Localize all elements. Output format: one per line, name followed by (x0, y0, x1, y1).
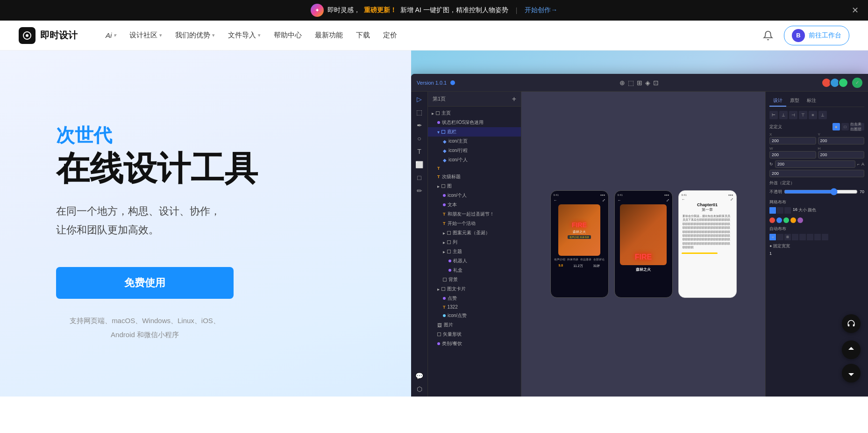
layer-like[interactable]: 点赞 (428, 294, 521, 303)
scroll-down-button[interactable] (842, 364, 861, 382)
layer-label: 主页 (441, 110, 451, 116)
layer-frame-group[interactable]: ▸ 图 (428, 181, 521, 191)
layer-pattern[interactable]: ▸ 图案元素（圣诞） (428, 228, 521, 238)
tool-circle-icon[interactable]: ○ (417, 135, 421, 142)
workspace-button[interactable]: B 前往工作台 (784, 26, 849, 45)
tool-pen-icon[interactable]: ✒ (417, 122, 422, 129)
tool-text-icon[interactable]: T (417, 148, 421, 155)
layer-icon-like[interactable]: icon/点赞 (428, 311, 521, 320)
tab-design[interactable]: 设计 (769, 95, 786, 107)
layer-icon-home[interactable]: ◆ icon/主页 (428, 137, 521, 146)
grid-icon-3[interactable] (784, 207, 791, 214)
w-input[interactable] (769, 151, 816, 159)
tool-icon-3[interactable]: ⊞ (637, 79, 642, 87)
x-input[interactable] (769, 137, 816, 144)
nav-import[interactable]: 文件导入 ▾ (222, 27, 266, 43)
nav-pricing[interactable]: 定价 (377, 27, 403, 43)
headphone-button[interactable] (842, 314, 861, 333)
layer-xmas-text[interactable]: T 和朋友一起过圣诞节！ (428, 209, 521, 219)
grid-icon-2[interactable] (777, 207, 783, 214)
layer-count[interactable]: T 1322 (428, 303, 521, 311)
layer-card[interactable]: ▸ 图文卡片 (428, 284, 521, 294)
component-dot-6 (443, 297, 446, 300)
layer-main[interactable]: ▸ 主页 (428, 108, 521, 118)
scroll-up-button[interactable] (842, 340, 861, 359)
layer-robot[interactable]: 机器人 (428, 256, 521, 266)
layer-icon-profile2[interactable]: icon/个人 (428, 191, 521, 200)
logo[interactable]: 即时设计 (19, 27, 78, 44)
book-title-fire-2: FIRE (635, 253, 652, 261)
layer-icon-profile[interactable]: ◆ icon/个人 (428, 155, 521, 165)
align-right[interactable]: ⊣ (789, 111, 797, 119)
tool-cursor-icon[interactable]: ▷ (417, 95, 422, 103)
grid-icon-1[interactable] (769, 207, 776, 214)
nav-community[interactable]: 设计社区 ▾ (124, 27, 168, 43)
cta-button[interactable]: 免费使用 (56, 267, 234, 299)
rotation-input[interactable] (775, 160, 855, 168)
layer-subtitle[interactable]: T 次级标题 (428, 172, 521, 181)
banner-close-button[interactable]: ✕ (852, 5, 859, 15)
align-bottom[interactable]: ⊥ (818, 111, 827, 119)
tab-inspect[interactable]: 标注 (803, 95, 820, 107)
align-left[interactable]: ⊢ (769, 111, 778, 119)
layer-statusbar[interactable]: 状态栏/iOS深色迷用 (428, 118, 521, 127)
tool-plugin-icon[interactable]: ⬡ (417, 385, 422, 393)
layer-bottombar[interactable]: ▾ 底栏 (428, 127, 521, 137)
toggle-on[interactable]: ■ (832, 123, 840, 130)
layer-icon-trip[interactable]: ◆ icon/行程 (428, 146, 521, 155)
layer-gift[interactable]: 礼盒 (428, 266, 521, 275)
tool-icon-1[interactable]: ⊕ (619, 79, 625, 87)
corner-radius-input[interactable] (769, 170, 864, 177)
align-center-h[interactable]: ⊥ (779, 111, 788, 119)
y-input[interactable] (818, 137, 865, 144)
tool-frame-icon[interactable]: ⬚ (416, 108, 422, 116)
align-center-v[interactable]: ≡ (809, 111, 817, 119)
tool-share-btn[interactable]: ✓ (852, 78, 862, 88)
nav-ai[interactable]: Ai ▾ (100, 28, 122, 43)
auto-layout-btn-7[interactable] (814, 234, 821, 240)
layer-theme[interactable]: ▸ 主题 (428, 247, 521, 256)
auto-layout-btn-3[interactable]: ⊞ (784, 234, 791, 240)
tool-pencil-icon[interactable]: ✏ (417, 187, 422, 195)
layer-col[interactable]: ▸ 列 (428, 238, 521, 247)
nav-download[interactable]: 下载 (350, 27, 376, 43)
layer-activity[interactable]: T 开始一个活动 (428, 219, 521, 228)
layer-text-comp[interactable]: 文本 (428, 200, 521, 209)
banner-link[interactable]: 开始创作→ (525, 6, 557, 14)
layer-add-button[interactable]: + (512, 95, 516, 103)
version-dot (450, 80, 455, 85)
auto-layout-btn-5[interactable] (799, 234, 806, 240)
tool-icon-2[interactable]: ⬚ (628, 79, 634, 87)
tool-rect-icon[interactable]: □ (417, 174, 421, 181)
nav-advantages[interactable]: 我们的优势 ▾ (170, 27, 221, 43)
bell-button[interactable] (760, 27, 776, 44)
layer-category[interactable]: 类别/餐饮 (428, 339, 521, 348)
layer-vector[interactable]: 矢量形状 (428, 330, 521, 339)
layer-t[interactable]: T (428, 165, 521, 172)
tool-comment-icon[interactable]: 💬 (415, 372, 423, 380)
color-dot-purple[interactable] (797, 217, 803, 223)
layer-bg[interactable]: 背景 (428, 275, 521, 284)
color-dot-red[interactable] (769, 217, 775, 223)
align-top[interactable]: ⊤ (799, 111, 807, 119)
auto-layout-btn-6[interactable] (807, 234, 813, 240)
tool-icon-5[interactable]: ⊡ (653, 79, 659, 87)
h-input[interactable] (818, 151, 865, 159)
auto-layout-btn-2[interactable] (777, 234, 783, 240)
auto-layout-btn-1[interactable]: ≡ (769, 234, 776, 240)
tool-icon-4[interactable]: ◈ (645, 79, 650, 87)
tool-image-icon[interactable]: ⬜ (415, 161, 423, 168)
auto-layout-btn-4[interactable] (792, 234, 798, 240)
opacity-slider[interactable] (784, 188, 858, 195)
color-dot-green[interactable] (783, 217, 789, 223)
color-dot-blue[interactable] (776, 217, 782, 223)
color-dot-yellow[interactable] (790, 217, 796, 223)
nav-features[interactable]: 最新功能 (309, 27, 349, 43)
tab-prototype[interactable]: 原型 (786, 95, 803, 107)
nav-help[interactable]: 帮助中心 (268, 27, 307, 43)
layer-image[interactable]: 🖼 图片 (428, 320, 521, 330)
toggle-clip[interactable]: 出去来出图层 (850, 123, 864, 130)
toggle-off[interactable]: □ (841, 123, 849, 130)
auto-layout-btn-8[interactable] (822, 234, 828, 240)
hero-left: 次世代 在线设计工具 在同一个地方，构思、设计、协作， 让你和团队更加高效。 免… (0, 51, 411, 397)
